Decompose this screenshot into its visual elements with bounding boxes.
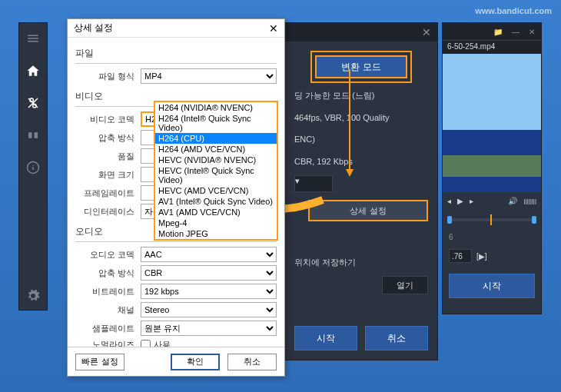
info-icon[interactable] xyxy=(25,160,41,175)
main-sidebar xyxy=(18,22,48,311)
codec-option[interactable]: H264 (AMD VCE/VCN) xyxy=(155,144,277,154)
bitrate-label: 비트레이트 xyxy=(75,286,141,297)
convert-mode-button[interactable]: 변환 모드 xyxy=(315,55,407,78)
minimize-icon[interactable]: — xyxy=(512,28,520,36)
close-icon[interactable]: ✕ xyxy=(422,26,431,38)
prev-frame-icon[interactable]: ◂ xyxy=(447,197,451,205)
channel-label: 채널 xyxy=(75,304,141,316)
codec-option[interactable]: AV1 (AMD VCE/VCN) xyxy=(155,207,277,218)
join-icon[interactable] xyxy=(25,128,41,143)
dialog-title: 상세 설정 xyxy=(74,22,113,35)
normalize-label: 노멀라이즈 xyxy=(75,339,141,347)
resolution-label: 화면 크기 xyxy=(75,169,141,181)
bitrate-select[interactable]: 192 kbps xyxy=(141,284,277,299)
convert-titlebar: ✕ xyxy=(285,23,437,42)
compression-label: 압축 방식 xyxy=(75,132,141,144)
quick-settings-button[interactable]: 빠른 설정 xyxy=(75,354,124,370)
volume-icon[interactable]: 🔊 xyxy=(508,197,517,205)
samplerate-select[interactable]: 원본 유지 xyxy=(141,321,277,336)
playback-controls: ◂ ▶ ▸ 🔊 |||||||| xyxy=(443,192,541,210)
codec-option[interactable]: Motion JPEG xyxy=(155,228,277,239)
codec-option[interactable]: Mpeg-4 xyxy=(155,218,277,228)
codec-option[interactable]: H264 (Intel® Quick Sync Video) xyxy=(155,113,277,133)
normalize-use-label: 사용 xyxy=(154,339,171,347)
normalize-checkbox[interactable] xyxy=(141,340,151,347)
home-icon[interactable] xyxy=(25,63,41,78)
codec-option[interactable]: HEVC (AMD VCE/VCN) xyxy=(155,185,277,196)
trim-left-handle[interactable] xyxy=(447,216,452,224)
file-format-label: 파일 형식 xyxy=(75,71,141,82)
ok-button[interactable]: 확인 xyxy=(171,354,220,370)
channel-select[interactable]: Stereo xyxy=(141,302,277,317)
speed-input[interactable] xyxy=(449,249,472,263)
preview-start-button[interactable]: 시작 xyxy=(449,274,535,298)
encoder-info-text: ENC) xyxy=(285,128,437,151)
section-file-label: 파일 xyxy=(75,47,277,60)
codec-option[interactable]: HEVC (NVIDIA® NVENC) xyxy=(155,154,277,165)
mode-info-text: 딩 가능한 모드 (느림) xyxy=(285,85,437,107)
audio-compression-select[interactable]: CBR xyxy=(141,265,277,281)
playhead[interactable] xyxy=(490,214,492,225)
audio-info-text: CBR, 192 Kbps xyxy=(285,151,437,173)
cancel-button[interactable]: 취소 xyxy=(227,354,277,370)
dialog-titlebar: 상세 설정 ✕ xyxy=(68,19,284,38)
preview-filename: 6-50-254.mp4 xyxy=(443,40,541,54)
preview-thumbnail[interactable] xyxy=(443,54,541,192)
watermark: www.bandicut.com xyxy=(475,6,552,15)
video-codec-dropdown-list[interactable]: H264 (NVIDIA® NVENC)H264 (Intel® Quick S… xyxy=(154,101,278,241)
save-location-label: 위치에 저장하기 xyxy=(285,249,437,276)
detail-settings-button[interactable]: 상세 설정 xyxy=(308,200,428,221)
preview-window: 📁 — ✕ 6-50-254.mp4 ◂ ▶ ▸ 🔊 |||||||| 6 [▶… xyxy=(442,22,542,314)
open-folder-button[interactable]: 열기 xyxy=(382,276,428,294)
deinterlace-label: 디인터레이스 xyxy=(75,206,141,218)
trim-right-handle[interactable] xyxy=(532,216,536,224)
play-icon[interactable]: ▶ xyxy=(457,197,463,205)
convert-panel: ✕ 변환 모드 딩 가능한 모드 (느림) 464fps, VBR, 100 Q… xyxy=(284,22,438,360)
video-codec-label: 비디오 코덱 xyxy=(75,114,141,125)
samplerate-label: 샘플레이트 xyxy=(75,323,141,334)
folder-icon[interactable]: 📁 xyxy=(493,28,503,36)
dialog-footer: 빠른 설정 확인 취소 xyxy=(68,347,284,376)
segment-count: 6 xyxy=(443,230,541,244)
format-select-small[interactable]: ▾ xyxy=(294,175,333,192)
cut-icon[interactable] xyxy=(25,95,41,111)
quality-label: 품질 xyxy=(75,151,141,162)
trim-slider[interactable] xyxy=(447,214,536,225)
audio-codec-label: 오디오 코덱 xyxy=(75,249,141,261)
close-icon[interactable]: ✕ xyxy=(529,28,535,36)
file-format-select[interactable]: MP4 xyxy=(141,68,277,84)
audio-codec-select[interactable]: AAC xyxy=(141,247,277,262)
convert-start-button[interactable]: 시작 xyxy=(294,326,357,350)
video-info-text: 464fps, VBR, 100 Quality xyxy=(285,107,437,129)
gear-icon[interactable] xyxy=(18,284,48,307)
preview-titlebar: 📁 — ✕ xyxy=(443,23,541,40)
framerate-label: 프레임레이트 xyxy=(75,188,141,199)
codec-option[interactable]: H264 (CPU) xyxy=(155,133,277,144)
next-frame-icon[interactable]: ▸ xyxy=(470,197,473,205)
codec-option[interactable]: AV1 (Intel® Quick Sync Video) xyxy=(155,196,277,207)
bracket-in-icon[interactable]: [▶] xyxy=(476,252,487,261)
menu-icon[interactable] xyxy=(25,31,41,46)
close-icon[interactable]: ✕ xyxy=(269,22,278,35)
codec-option[interactable]: HEVC (Intel® Quick Sync Video) xyxy=(155,165,277,185)
convert-cancel-button[interactable]: 취소 xyxy=(365,326,428,350)
a-compression-label: 압축 방식 xyxy=(75,267,141,279)
codec-option[interactable]: H264 (NVIDIA® NVENC) xyxy=(155,102,277,113)
